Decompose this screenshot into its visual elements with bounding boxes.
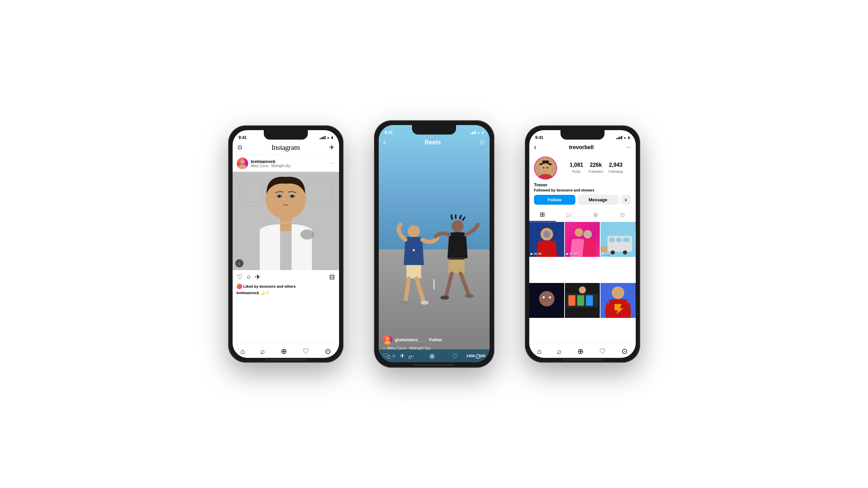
svg-rect-8 — [280, 218, 292, 231]
instagram-header: ⊙ Instagram ✈ — [233, 142, 339, 155]
post-username[interactable]: bretmanrock — [251, 159, 328, 164]
profile-bottom-nav: ⌂ ⌕ ⊕ ♡ ⊙ — [529, 343, 636, 358]
bookmark-icon[interactable]: ⊟ — [329, 273, 335, 281]
phone-profile: 9:41 ▲ ▮ ‹ trevorbel — [525, 125, 640, 363]
post-more-icon[interactable]: ··· — [330, 160, 335, 166]
post-caption: bretmanrock 🌙✨ — [233, 290, 339, 298]
svg-point-9 — [300, 229, 314, 240]
chevron-button[interactable]: ∨ — [621, 195, 631, 205]
svg-text:★: ★ — [412, 248, 416, 253]
grid-item-6[interactable] — [600, 283, 635, 318]
nav-search-icon[interactable]: ⌕ — [260, 347, 265, 356]
send-icon[interactable]: ✈ — [329, 144, 334, 151]
tab-grid[interactable]: ⊞ — [529, 208, 556, 222]
profile-nav-search-icon[interactable]: ⌕ — [557, 347, 561, 356]
grid-item-5[interactable] — [565, 283, 600, 318]
phone-notch-3 — [560, 130, 605, 140]
grid-views-1: ▶ 30.2K — [531, 252, 542, 256]
phone-reels-screen: 9:41 ▲ ▮ ‹ Reels — [379, 125, 490, 362]
dancers-visual: ★ — [387, 215, 481, 322]
wifi-icon: ▲ — [327, 136, 330, 139]
phone-reels: 9:41 ▲ ▮ ‹ Reels — [374, 120, 494, 368]
svg-point-43 — [623, 250, 627, 255]
share-icon[interactable]: ✈ — [255, 273, 261, 281]
like-icon[interactable]: ♡ — [237, 273, 243, 281]
reel-more-icon[interactable]: ··· — [409, 352, 414, 360]
reels-camera-icon[interactable]: ⊙ — [480, 139, 485, 146]
svg-rect-19 — [449, 258, 465, 273]
status-time: 9:41 — [239, 135, 247, 140]
profile-info-row: 1,081 Posts 226k Followers 2,943 Followi… — [529, 155, 636, 182]
svg-rect-40 — [616, 238, 622, 242]
reel-avatar[interactable] — [383, 335, 392, 345]
music-note-icon-2: ♫ — [383, 346, 386, 350]
following-count: 2,943 — [609, 162, 623, 168]
post-image: ♫ — [233, 172, 339, 270]
caption-username: bretmanrock — [237, 291, 259, 295]
following-stat[interactable]: 2,943 Following — [609, 162, 623, 174]
grid-img-1 — [529, 222, 564, 257]
reel-dot: · — [425, 337, 426, 343]
post-avatar[interactable] — [237, 158, 248, 169]
main-scene: 9:41 ▲ ▮ ⊙ Instagram — [0, 0, 868, 488]
reels-time: 9:41 — [385, 130, 393, 135]
camera-icon[interactable]: ⊙ — [237, 144, 242, 151]
grid-item-4[interactable] — [529, 283, 564, 318]
tab-reels[interactable]: ▷ — [556, 208, 583, 222]
following-label: Following — [609, 170, 623, 174]
reels-title: Reels — [386, 139, 480, 146]
comment-icon[interactable]: ○ — [247, 273, 251, 281]
profile-header: ‹ trevorbell ··· — [529, 142, 636, 155]
profile-screen: 9:41 ▲ ▮ ‹ trevorbel — [529, 130, 636, 358]
profile-grid: ▶ 30.2K — [529, 222, 636, 343]
post-likes: Liked by kenzoere and others — [233, 284, 339, 290]
grid-item-3[interactable]: ▶ 45K — [600, 222, 635, 257]
svg-point-30 — [547, 167, 548, 169]
phone-feed-screen: 9:41 ▲ ▮ ⊙ Instagram — [233, 130, 339, 358]
nav-home-icon[interactable]: ⌂ — [240, 347, 245, 356]
grid-item-1[interactable]: ▶ 30.2K — [529, 222, 564, 257]
reel-like-icon[interactable]: ♡ — [383, 352, 388, 360]
reel-share-icon[interactable]: ✈ — [400, 352, 405, 360]
reel-username[interactable]: ghettotwins__ — [395, 338, 422, 342]
svg-rect-52 — [577, 295, 584, 306]
profile-nav-add-icon[interactable]: ⊕ — [577, 347, 584, 356]
reel-follow-btn[interactable]: Follow — [429, 338, 442, 342]
likes-text: Liked by kenzoere and others — [243, 284, 296, 288]
svg-point-46 — [539, 291, 554, 306]
follow-button[interactable]: Follow — [534, 195, 575, 205]
reels-battery-icon: ▮ — [482, 131, 484, 134]
home-indicator — [265, 359, 306, 361]
grid-img-3 — [600, 222, 635, 257]
svg-rect-44 — [600, 246, 608, 252]
reel-comment-icon[interactable]: ○ — [392, 352, 396, 360]
svg-point-29 — [543, 167, 545, 169]
likes-avatar — [237, 284, 242, 289]
followed-by-names[interactable]: kenzoere and eloears — [556, 188, 594, 192]
nav-add-icon[interactable]: ⊕ — [281, 347, 287, 356]
grid-views-2: ▶ 37.3K — [566, 252, 578, 256]
profile-nav-home-icon[interactable]: ⌂ — [537, 347, 541, 356]
reel-music: ♫ Miley Cyrus · Midnight Sky — [383, 346, 486, 350]
nav-heart-icon[interactable]: ♡ — [302, 347, 309, 356]
profile-avatar[interactable] — [534, 157, 557, 180]
reel-actions: ♡ ○ ✈ ··· 145K 190 — [383, 352, 486, 360]
svg-point-36 — [584, 230, 592, 239]
followers-stat[interactable]: 226k Followers — [589, 162, 603, 174]
grid-overlay-2: ▶ 37.3K — [566, 252, 578, 256]
profile-nav-heart-icon[interactable]: ♡ — [599, 347, 606, 356]
profile-nav-profile-icon[interactable]: ⊙ — [622, 347, 628, 356]
reels-back-icon[interactable]: ‹ — [383, 138, 386, 147]
tab-tagged[interactable]: ⊕ — [583, 208, 609, 222]
message-button[interactable]: Message — [577, 195, 619, 205]
grid-item-2[interactable]: ▶ 37.3K — [565, 222, 600, 257]
reels-header: ‹ Reels ⊙ — [379, 137, 490, 149]
profile-more-icon[interactable]: ··· — [626, 144, 631, 150]
profile-back-icon[interactable]: ‹ — [534, 143, 536, 152]
nav-profile-icon[interactable]: ⊙ — [325, 347, 331, 356]
instagram-logo: Instagram — [272, 143, 300, 152]
phone-feed: 9:41 ▲ ▮ ⊙ Instagram — [228, 125, 343, 363]
svg-point-22 — [465, 294, 474, 298]
tab-collab[interactable]: ⊙ — [609, 208, 636, 222]
svg-point-23 — [386, 337, 390, 341]
